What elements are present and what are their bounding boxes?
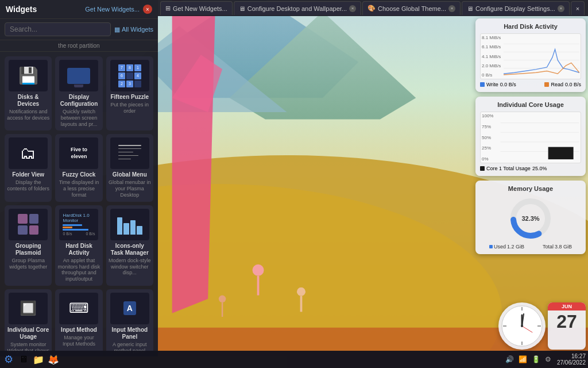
taskbar-right-section: 🔊 📶 🔋 ⚙ 16:27 27/06/2022 <box>504 353 586 366</box>
memory-percent: 32.3% <box>521 215 539 222</box>
bottom-right-widgets: JUN 27 <box>498 302 586 350</box>
widget-item-fuzzy-clock[interactable]: Five toeleven Fuzzy Clock Time displayed… <box>55 134 102 201</box>
clock-time: 16:27 <box>571 353 586 359</box>
tab-close-all[interactable]: × <box>571 1 585 15</box>
tab-label: Configure Desktop and Wallpaper... <box>247 5 347 12</box>
svg-point-14 <box>219 296 226 302</box>
tab-close-btn[interactable]: × <box>448 5 455 12</box>
calendar-month: JUN <box>548 302 586 310</box>
used-value: 1.2 GiB <box>507 244 524 250</box>
core-chart-svg <box>500 113 579 162</box>
disk-stats-row: Write 0.0 B/s Read 0.0 B/s <box>480 82 581 87</box>
tab-icon: 🖥 <box>467 5 473 12</box>
widget-icon-display <box>59 60 98 91</box>
tab-choose-theme[interactable]: 🎨 Choose Global Theme... × <box>362 1 461 15</box>
widget-icon-ime: A <box>110 293 149 324</box>
used-label: Used <box>494 244 506 250</box>
tab-display-settings[interactable]: 🖥 Configure Display Settings... × <box>462 1 570 15</box>
widget-icon-disk: 💾 <box>9 60 48 91</box>
tab-close-btn[interactable]: × <box>349 5 356 12</box>
widget-desc: Notifications and access for devices <box>7 109 49 121</box>
disk-y-label-3: 4.1 MiB/s <box>481 54 502 59</box>
widget-icon-keyboard: ⌨ <box>59 293 98 324</box>
tab-label: Choose Global Theme... <box>378 5 446 12</box>
total-stat: Total 3.8 GiB <box>543 244 572 250</box>
widgets-grid: 💾 Disks & Devices Notifications and acce… <box>5 56 153 356</box>
widgets-panel: Widgets Get New Widgets... × ▦ All Widge… <box>0 0 158 356</box>
tray-settings-icon[interactable]: ⚙ <box>544 354 552 365</box>
widget-item-display-configuration[interactable]: Display Configuration Quickly switch bet… <box>55 56 102 131</box>
core-dot <box>480 166 485 171</box>
calendar-widget: JUN 27 <box>548 302 586 350</box>
write-value: 0.0 B/s <box>500 82 516 87</box>
tab-icon: 🖥 <box>239 5 245 12</box>
taskbar-desktop-icon[interactable]: 🖥 <box>17 353 30 366</box>
widget-icon-grouping <box>9 209 48 240</box>
filter-icon: ▦ <box>114 26 120 33</box>
close-panel-button[interactable]: × <box>143 5 152 14</box>
widgets-panel-title: Widgets <box>6 5 37 14</box>
memory-donut-chart: 32.3% <box>480 195 581 241</box>
widget-item-grouping-plasmoid[interactable]: Grouping Plasmoid Group Plasma widgets t… <box>5 205 52 286</box>
widget-desc: Manage your Input Methods <box>57 335 100 347</box>
core-stats-row: Core 1 Total Usage 25.0% <box>480 166 581 171</box>
widget-icon-globalmenu <box>110 137 149 169</box>
tab-icon: ⊞ <box>165 5 171 12</box>
widget-item-individual-core-usage[interactable]: 🔲 Individual Core Usage System monitor W… <box>5 289 52 356</box>
write-dot <box>480 82 485 87</box>
disk-chart-svg-area <box>504 35 579 78</box>
tab-get-new-widgets[interactable]: ⊞ Get New Widgets... <box>160 1 233 15</box>
core-value: 25.0% <box>532 166 547 171</box>
taskbar: ⚙ 🖥 📁 🦊 🔊 📶 🔋 ⚙ 16:27 27/06/2022 <box>0 351 588 368</box>
get-new-widgets-button[interactable]: Get New Widgets... <box>85 6 140 13</box>
used-stat: Used 1.2 GiB <box>489 244 524 250</box>
svg-rect-24 <box>548 147 574 159</box>
widget-item-input-method-panel[interactable]: A Input Method Panel A generic input met… <box>106 289 153 356</box>
core-y-labels: 100% 75% 50% 25% 0% <box>481 112 499 163</box>
core-stat: Core 1 Total Usage 25.0% <box>480 166 547 171</box>
core-y-100: 100% <box>481 113 499 118</box>
tab-close-btn[interactable]: × <box>558 5 564 12</box>
tray-battery-icon[interactable]: 🔋 <box>531 354 541 365</box>
core-y-50: 50% <box>481 135 499 140</box>
tab-configure-desktop[interactable]: 🖥 Configure Desktop and Wallpaper... × <box>234 1 361 15</box>
search-row: ▦ All Widgets <box>0 19 158 40</box>
core-usage-title: Individual Core Usage <box>480 101 581 108</box>
tray-network-icon[interactable]: 📶 <box>517 354 528 365</box>
widget-item-input-method[interactable]: ⌨ Input Method Manage your Input Methods <box>55 289 102 356</box>
tray-volume-icon[interactable]: 🔊 <box>504 354 515 365</box>
widget-item-fifteen-puzzle[interactable]: 781 64 23 Fifteen Puzzle Put the pieces … <box>106 56 153 131</box>
disk-y-label-1: 0 B/s <box>481 72 502 78</box>
read-value: 0.0 B/s <box>565 82 581 87</box>
write-stat: Write 0.0 B/s <box>480 82 516 87</box>
widget-desc: Display the contents of folders <box>7 179 49 192</box>
widget-name: Individual Core Usage <box>7 327 49 340</box>
write-label: Write <box>486 82 498 87</box>
all-widgets-filter-button[interactable]: ▦ All Widgets <box>114 26 153 33</box>
widgets-scroll-area[interactable]: 💾 Disks & Devices Notifications and acce… <box>0 52 158 356</box>
core-y-75: 75% <box>481 124 499 129</box>
disk-y-label-2: 2.0 MiB/s <box>481 63 502 68</box>
core-y-25: 25% <box>481 145 499 151</box>
widget-item-disks-&-devices[interactable]: 💾 Disks & Devices Notifications and acce… <box>5 56 52 131</box>
taskbar-files-icon[interactable]: 📁 <box>32 353 45 366</box>
tab-label: × <box>576 5 579 12</box>
taskbar-firefox-icon[interactable]: 🦊 <box>47 353 60 366</box>
widget-item-global-menu[interactable]: Global Menu Global menubar in your Plasm… <box>106 134 153 201</box>
system-clock[interactable]: 16:27 27/06/2022 <box>557 353 586 366</box>
disk-y-label-4: 6.1 MiB/s <box>481 44 502 49</box>
search-input[interactable] <box>5 22 111 36</box>
widget-desc: Modern dock-style window switcher disp..… <box>109 258 151 276</box>
memory-stats-row: Used 1.2 GiB Total 3.8 GiB <box>480 244 581 250</box>
widget-item-hard-disk-activity[interactable]: HardDisk 1.0 Monitor 0 B/s0 B/s Hard Dis… <box>55 205 102 286</box>
total-label: Total <box>543 244 554 250</box>
widget-item-icons-only-task-manager[interactable]: Icons-only Task Manager Modern dock-styl… <box>106 205 153 286</box>
svg-point-12 <box>297 288 305 296</box>
disk-activity-title: Hard Disk Activity <box>480 23 581 30</box>
widget-item-folder-view[interactable]: 🗂 Folder View Display the contents of fo… <box>5 134 52 201</box>
widget-icon-folder: 🗂 <box>9 137 48 169</box>
taskbar-plasma-icon[interactable]: ⚙ <box>2 353 15 366</box>
used-dot <box>489 245 493 248</box>
read-label: Read <box>551 82 563 87</box>
right-side-panel: Hard Disk Activity 8.1 MiB/s 6.1 MiB/s 4… <box>473 16 588 256</box>
